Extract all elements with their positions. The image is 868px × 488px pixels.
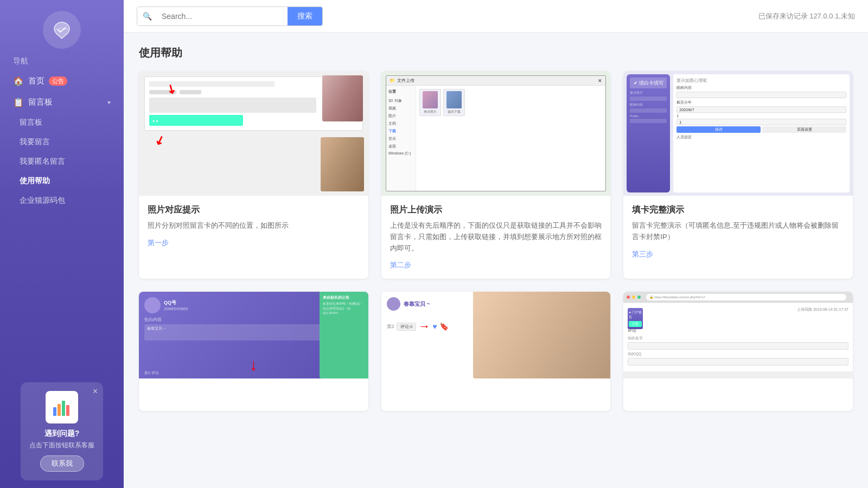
main-container: 🔍 搜索 已保存来访记录 127.0.0.1,未知 使用帮助	[124, 0, 868, 488]
sidebar-item-sub-help[interactable]: 使用帮助	[0, 171, 124, 191]
card-desc-photo-upload: 上传是没有先后顺序的，下面的仅仅只是获取链接的工具并不会影响留言卡，只需如图，上…	[390, 220, 602, 254]
popup-icon	[46, 391, 78, 423]
header-status: 已保存来访记录 127.0.0.1,未知	[758, 11, 855, 21]
card-photo-upload: 📁 文件上传 ✕ 位置 3D 对象 视频 图片 文档	[381, 71, 611, 279]
chart-icon	[52, 397, 72, 417]
svg-rect-1	[58, 404, 61, 416]
card-title-photo-upload: 照片上传演示	[390, 204, 602, 216]
search-button[interactable]: 搜索	[288, 7, 322, 26]
card-grid: ● ● ↘ ↘	[139, 71, 853, 279]
guestbook-icon: 📋	[13, 97, 24, 107]
sidebar-popup-card: × 遇到问题? 点击下面按钮联系客服 联系我	[21, 382, 103, 480]
card-photo-hint: ● ● ↘ ↘	[139, 71, 368, 279]
card-fill-demo: ✔ 填白卡填写 显示照片 昵称内容 Public 显示如图心理呢 昵称内容	[623, 71, 853, 279]
sidebar-item-sub-anonymous[interactable]: 我要匿名留言	[0, 152, 124, 171]
bottom-card-grid: QQ号 2086545860 修升级 告白内容 春靠宝贝 ~ ↓	[139, 292, 853, 411]
card-step-fill-demo[interactable]: 第三步	[632, 249, 844, 259]
card-title-fill-demo: 填卡完整演示	[632, 204, 844, 216]
bottom-card-profile: QQ号 2086545860 修升级 告白内容 春靠宝贝 ~ ↓	[139, 292, 368, 411]
sidebar-item-sub-guestboard[interactable]: 留言板	[0, 113, 124, 132]
sidebar-item-sub-enterprise[interactable]: 企业猫源码包	[0, 191, 124, 210]
logo-icon	[50, 18, 74, 42]
sidebar-home-label: 首页	[28, 76, 44, 86]
card-body-photo-upload: 照片上传演示 上传是没有先后顺序的，下面的仅仅只是获取链接的工具并不会影响留言卡…	[381, 196, 611, 279]
svg-rect-2	[62, 401, 65, 416]
header: 🔍 搜索 已保存来访记录 127.0.0.1,未知	[124, 0, 868, 33]
announcement-badge: 公告	[49, 76, 67, 86]
sidebar-submenu: 留言板 我要留言 我要匿名留言 使用帮助 企业猫源码包	[0, 113, 124, 210]
home-icon: 🏠	[13, 76, 24, 86]
bottom-card-img-admin: 🔒 https://bbq.fatda.cn/cont.php?id=17 上传…	[623, 292, 853, 378]
svg-rect-0	[53, 407, 56, 416]
bottom-card-img-comment: 春靠宝贝 ~ 第2 评论:0 → ♥ 🔖	[381, 292, 611, 378]
card-image-photo-hint: ● ● ↘ ↘	[139, 71, 368, 196]
popup-desc: 点击下面按钮联系客服	[29, 441, 94, 450]
bottom-card-comment: 春靠宝贝 ~ 第2 评论:0 → ♥ 🔖	[381, 292, 611, 411]
chevron-down-icon: ▾	[107, 99, 111, 106]
search-input[interactable]	[157, 12, 288, 21]
sidebar-item-guestbook[interactable]: 📋 留言板 ▾	[0, 92, 124, 113]
popup-close-button[interactable]: ×	[93, 387, 98, 396]
sidebar-guestbook-label: 留言板	[28, 97, 53, 107]
popup-title: 遇到问题?	[29, 429, 94, 439]
card-desc-photo-hint: 照片分别对照留言卡的不同的位置，如图所示	[148, 220, 360, 232]
logo	[43, 11, 81, 49]
page-title: 使用帮助	[139, 46, 853, 60]
sidebar-item-sub-my-message[interactable]: 我要留言	[0, 132, 124, 152]
file-dialog-mock: 📁 文件上传 ✕ 位置 3D 对象 视频 图片 文档	[386, 75, 607, 191]
card-title-photo-hint: 照片对应提示	[148, 204, 360, 216]
card-step-photo-upload[interactable]: 第二步	[390, 260, 602, 270]
card-body-photo-hint: 照片对应提示 照片分别对照留言卡的不同的位置，如图所示 第一步	[139, 196, 368, 256]
content-area: 使用帮助	[124, 33, 868, 488]
sidebar-item-home[interactable]: 🏠 首页 公告	[0, 70, 124, 92]
svg-rect-3	[66, 405, 69, 416]
sidebar: 导航 🏠 首页 公告 📋 留言板 ▾ 留言板 我要留言 我要匿名留言 使用帮助 …	[0, 0, 124, 488]
contact-button[interactable]: 联系我	[40, 455, 84, 472]
card-body-fill-demo: 填卡完整演示 留言卡完整演示（可填匿名信息,至于违规图片或人物将会被删除留言卡封…	[623, 196, 853, 268]
bottom-card-img-profile: QQ号 2086545860 修升级 告白内容 春靠宝贝 ~ ↓	[139, 292, 368, 378]
card-desc-fill-demo: 留言卡完整演示（可填匿名信息,至于违规图片或人物将会被删除留言卡封禁IP）	[632, 220, 844, 243]
nav-label: 导航	[0, 56, 28, 66]
card-image-fill-demo: ✔ 填白卡填写 显示照片 昵称内容 Public 显示如图心理呢 昵称内容	[623, 71, 853, 196]
search-wrapper: 🔍 搜索	[137, 7, 323, 26]
card-image-photo-upload: 📁 文件上传 ✕ 位置 3D 对象 视频 图片 文档	[381, 71, 611, 196]
bottom-card-admin: 🔒 https://bbq.fatda.cn/cont.php?id=17 上传…	[623, 292, 853, 411]
search-icon: 🔍	[137, 7, 157, 25]
card-step-photo-hint[interactable]: 第一步	[148, 238, 360, 248]
